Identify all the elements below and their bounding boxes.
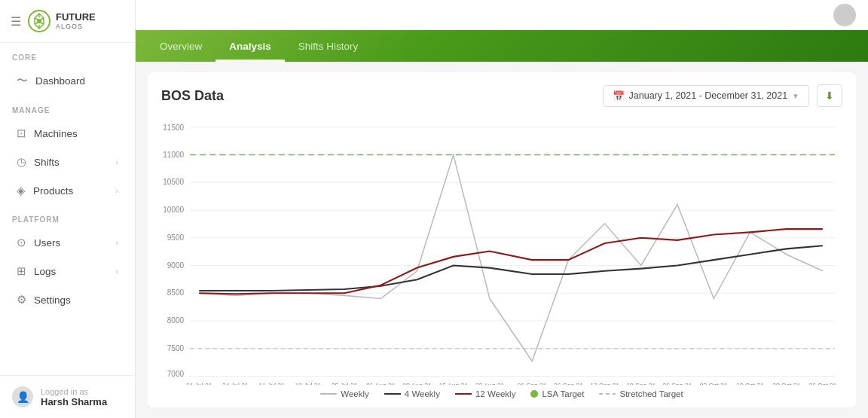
chart-controls: 📅 January 1, 2021 - December 31, 2021 ▼ … xyxy=(603,84,842,107)
svg-text:11 Jul 21: 11 Jul 21 xyxy=(258,382,285,385)
legend-12weekly-line xyxy=(455,393,472,395)
chevron-right-icon: › xyxy=(115,186,118,195)
sidebar-item-label: Settings xyxy=(34,294,71,306)
legend-12weekly-label: 12 Weekly xyxy=(475,389,515,398)
sidebar-item-logs[interactable]: ⊞ Logs › xyxy=(5,258,130,285)
legend-lsa-label: LSA Target xyxy=(542,389,584,398)
log-icon: ⊞ xyxy=(17,264,26,278)
sidebar-footer: 👤 Logged in as Harsh Sharma xyxy=(0,375,135,418)
svg-text:13 Sep 21: 13 Sep 21 xyxy=(590,382,619,385)
svg-text:08 Aug 21: 08 Aug 21 xyxy=(402,382,432,385)
legend-weekly-label: Weekly xyxy=(341,389,369,398)
sidebar-item-label: Shifts xyxy=(34,157,60,168)
sidebar-header: ☰ FUTURE ALGOS xyxy=(0,0,135,43)
svg-text:11500: 11500 xyxy=(163,124,184,132)
main-content: Overview Analysis Shifts History BOS Dat… xyxy=(136,0,868,418)
sidebar-item-label: Users xyxy=(34,237,60,249)
sidebar: ☰ FUTURE ALGOS CORE 〜 Dashboard xyxy=(0,0,136,418)
svg-text:25 Jul 21: 25 Jul 21 xyxy=(332,382,358,385)
svg-text:26 Sep 21: 26 Sep 21 xyxy=(663,382,692,385)
sidebar-item-label: Logs xyxy=(34,266,56,277)
sidebar-section-platform: PLATFORM xyxy=(0,205,135,228)
sidebar-item-users[interactable]: ⊙ Users › xyxy=(5,229,130,256)
topbar-avatar[interactable] xyxy=(833,4,856,26)
legend-weekly: Weekly xyxy=(320,389,369,398)
svg-text:11000: 11000 xyxy=(163,150,184,158)
legend-stretched-line xyxy=(599,393,616,395)
chevron-down-icon: ▼ xyxy=(792,92,799,100)
svg-text:10000: 10000 xyxy=(163,206,184,214)
tabs-bar: Overview Analysis Shifts History xyxy=(136,30,868,62)
chevron-right-icon: › xyxy=(115,238,118,247)
svg-text:8500: 8500 xyxy=(167,288,185,297)
sidebar-item-products[interactable]: ◈ Products › xyxy=(5,177,130,204)
legend-lsa: LSA Target xyxy=(530,389,584,398)
user-icon: ⊙ xyxy=(17,236,26,249)
logo-container: FUTURE ALGOS xyxy=(27,9,96,33)
sidebar-item-machines[interactable]: ⊡ Machines xyxy=(5,120,130,147)
content-area: BOS Data 📅 January 1, 2021 - December 31… xyxy=(136,62,868,418)
chart-legend: Weekly 4 Weekly 12 Weekly LSA Target Str… xyxy=(161,389,842,398)
svg-text:22 Aug 21: 22 Aug 21 xyxy=(475,382,505,385)
svg-text:10500: 10500 xyxy=(163,178,184,186)
svg-text:01 Jul 21: 01 Jul 21 xyxy=(186,382,212,385)
user-avatar: 👤 xyxy=(12,386,33,407)
calendar-icon: 📅 xyxy=(613,90,625,102)
svg-text:15 Aug 21: 15 Aug 21 xyxy=(439,382,469,385)
svg-text:7000: 7000 xyxy=(167,370,185,378)
date-range-label: January 1, 2021 - December 31, 2021 xyxy=(629,90,788,101)
sidebar-item-label: Machines xyxy=(34,128,78,139)
legend-4weekly-line xyxy=(384,393,401,395)
svg-text:20 Oct 21: 20 Oct 21 xyxy=(772,382,800,385)
svg-text:7500: 7500 xyxy=(167,344,185,352)
date-picker-button[interactable]: 📅 January 1, 2021 - December 31, 2021 ▼ xyxy=(603,85,809,107)
legend-lsa-dot xyxy=(530,390,538,398)
footer-username: Harsh Sharma xyxy=(41,396,107,407)
sidebar-item-dashboard[interactable]: 〜 Dashboard xyxy=(5,67,130,95)
sidebar-section-manage: MANAGE xyxy=(0,96,135,119)
chart-container: 11500 11000 10500 10000 9500 9000 8500 8… xyxy=(161,116,842,385)
tab-overview[interactable]: Overview xyxy=(146,33,215,62)
app-logo-text: FUTURE ALGOS xyxy=(56,12,96,30)
sidebar-item-shifts[interactable]: ◷ Shifts › xyxy=(5,148,130,175)
tab-shifts-history[interactable]: Shifts History xyxy=(285,33,372,62)
legend-stretched-label: Stretched Target xyxy=(619,389,683,398)
legend-weekly-line xyxy=(320,393,337,395)
products-icon: ◈ xyxy=(17,184,26,197)
topbar xyxy=(136,0,868,30)
legend-12weekly: 12 Weekly xyxy=(455,389,515,398)
footer-user-info: Logged in as Harsh Sharma xyxy=(41,387,107,407)
chart-header: BOS Data 📅 January 1, 2021 - December 31… xyxy=(161,84,842,107)
legend-4weekly-label: 4 Weekly xyxy=(405,389,440,398)
clock-icon: ◷ xyxy=(17,155,26,169)
download-button[interactable]: ⬇ xyxy=(817,84,842,107)
svg-text:01 Sep 21: 01 Sep 21 xyxy=(518,382,547,385)
svg-text:9500: 9500 xyxy=(167,233,185,242)
legend-stretched: Stretched Target xyxy=(599,389,683,398)
svg-text:04 Jul 21: 04 Jul 21 xyxy=(222,382,249,385)
footer-logged-label: Logged in as xyxy=(41,387,107,396)
chevron-right-icon: › xyxy=(115,157,118,166)
svg-text:18 Jul 21: 18 Jul 21 xyxy=(295,382,322,385)
download-icon: ⬇ xyxy=(825,90,834,102)
chart-card: BOS Data 📅 January 1, 2021 - December 31… xyxy=(148,72,856,407)
svg-text:26 Oct 21: 26 Oct 21 xyxy=(808,382,836,385)
sidebar-item-label: Dashboard xyxy=(35,75,85,87)
app-logo-icon xyxy=(27,9,51,33)
hamburger-icon[interactable]: ☰ xyxy=(11,14,21,29)
chart-title: BOS Data xyxy=(161,88,224,104)
svg-text:9000: 9000 xyxy=(167,261,185,269)
gear-icon: ⚙ xyxy=(17,293,26,307)
sidebar-item-label: Products xyxy=(33,185,73,197)
chevron-right-icon: › xyxy=(115,267,118,276)
sidebar-item-settings[interactable]: ⚙ Settings xyxy=(5,286,130,313)
svg-text:8000: 8000 xyxy=(167,316,185,325)
sidebar-section-core: CORE xyxy=(0,43,135,66)
bos-chart: 11500 11000 10500 10000 9500 9000 8500 8… xyxy=(161,116,842,385)
pulse-icon: 〜 xyxy=(17,74,28,88)
svg-text:01 Aug 21: 01 Aug 21 xyxy=(366,382,396,385)
machine-icon: ⊡ xyxy=(17,127,26,140)
svg-text:19 Sep 21: 19 Sep 21 xyxy=(626,382,656,385)
legend-4weekly: 4 Weekly xyxy=(384,389,440,398)
tab-analysis[interactable]: Analysis xyxy=(215,33,285,62)
